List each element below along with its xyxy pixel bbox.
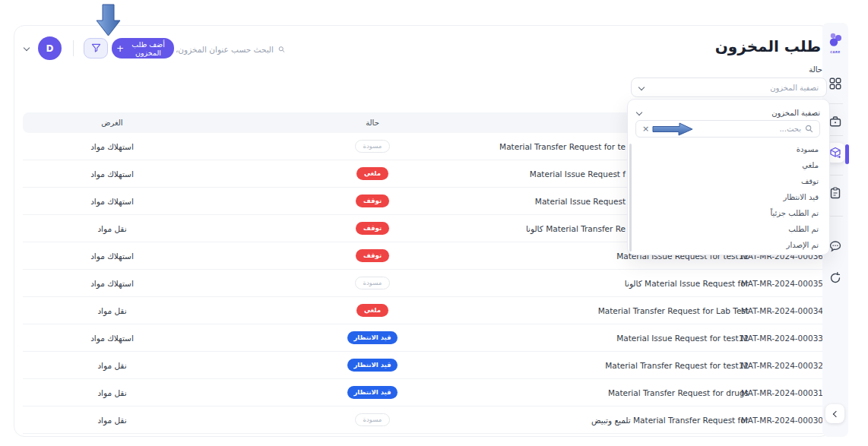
header-purpose: الغرض xyxy=(23,119,262,127)
request-title: Material Transfer Request for تلميع وتبي… xyxy=(429,416,749,425)
table-row[interactable]: MAT-MR-2024-00034Material Transfer Reque… xyxy=(23,297,825,324)
dropdown-option[interactable]: تم الطلب جزئياً xyxy=(632,205,829,221)
active-item-indicator xyxy=(845,144,849,164)
request-id: MAT-MR-2024-00030 xyxy=(749,416,825,425)
status-cell: قيد الانتظار xyxy=(262,386,429,399)
request-purpose: نقل مواد xyxy=(23,361,262,370)
status-cell: قيد الانتظار xyxy=(262,359,429,372)
table-row[interactable]: MAT-MR-2024-00035Material Issue Request … xyxy=(23,270,825,297)
dropdown-option[interactable]: ملغي xyxy=(632,157,829,173)
status-badge: توقف xyxy=(356,249,389,262)
table-row[interactable]: MAT-MR-2024-00031Material Transfer Reque… xyxy=(23,379,825,406)
toolbar-divider xyxy=(73,40,74,56)
chat-icon[interactable] xyxy=(829,240,841,252)
filter-button[interactable] xyxy=(84,38,108,59)
status-badge: ملغي xyxy=(356,304,388,317)
sidebar-divider xyxy=(828,216,843,217)
sidebar-divider xyxy=(828,175,843,176)
request-title: Material Transfer Request for drugs xyxy=(429,388,749,397)
sidebar-divider xyxy=(828,135,843,136)
header-status: حالة xyxy=(262,119,429,127)
request-id: MAT-MR-2024-00031 xyxy=(749,388,825,397)
status-cell: مسودة xyxy=(262,277,429,290)
page-title: طلب المخزون xyxy=(654,37,821,55)
request-id: MAT-MR-2024-00032 xyxy=(749,361,825,370)
dropdown-search-input[interactable]: بحث... × xyxy=(635,120,820,138)
request-title: Material Issue Request for كالونا xyxy=(429,279,749,288)
sidebar-collapse-button[interactable] xyxy=(825,404,844,423)
status-cell: توقف xyxy=(262,222,429,235)
status-cell: توقف xyxy=(262,249,429,262)
table-row[interactable]: MAT-MR-2024-00030Material Transfer Reque… xyxy=(23,406,825,434)
app-logo[interactable]: CARE xyxy=(827,32,844,54)
status-cell: قيد الانتظار xyxy=(262,331,429,344)
chevron-down-icon xyxy=(638,84,645,90)
status-filter-dropdown: تصفية المخزون بحث... × مسودةملغيتوقفقيد … xyxy=(627,99,830,255)
dropdown-scrollbar[interactable] xyxy=(629,144,632,251)
chevron-left-icon xyxy=(832,410,838,416)
logo-icon xyxy=(828,32,843,47)
status-cell: توقف xyxy=(262,195,429,207)
status-badge: مسودة xyxy=(355,277,391,290)
status-cell: ملغي xyxy=(262,167,429,180)
request-purpose: استهلاك مواد xyxy=(23,251,262,261)
status-filter-select[interactable]: تصفية المخزون xyxy=(631,77,827,97)
status-badge: قيد الانتظار xyxy=(347,386,397,399)
status-cell: مسودة xyxy=(262,140,429,153)
request-purpose: نقل مواد xyxy=(23,416,262,425)
status-badge: ملغي xyxy=(356,167,388,180)
request-purpose: نقل مواد xyxy=(23,224,262,233)
request-id: MAT-MR-2024-00034 xyxy=(749,306,825,315)
dropdown-option[interactable]: مسودة xyxy=(632,141,829,157)
request-id: MAT-MR-2024-00033 xyxy=(749,334,825,343)
sidebar-divider xyxy=(828,103,843,104)
status-badge: قيد الانتظار xyxy=(347,331,397,344)
status-badge: مسودة xyxy=(355,413,391,427)
search-input[interactable]: البحث حسب عنوان المخزون، الحـ.. xyxy=(156,42,285,57)
status-badge: قيد الانتظار xyxy=(347,359,397,372)
table-row[interactable]: MAT-MR-2024-00033Material Issue Request … xyxy=(23,324,825,352)
avatar[interactable]: D xyxy=(38,36,62,60)
funnel-icon xyxy=(91,43,101,53)
dropdown-search-placeholder: بحث... xyxy=(779,125,801,133)
request-purpose: استهلاك مواد xyxy=(23,142,262,151)
plus-icon: + xyxy=(116,44,124,53)
request-purpose: استهلاك مواد xyxy=(23,197,262,206)
request-title: Material Transfer Request for Lab Test xyxy=(429,306,749,315)
status-cell: مسودة xyxy=(262,413,429,427)
status-badge: مسودة xyxy=(355,140,391,153)
request-purpose: استهلاك مواد xyxy=(23,169,262,179)
request-purpose: استهلاك مواد xyxy=(23,334,262,343)
briefcase-icon[interactable] xyxy=(829,115,841,128)
dropdown-option[interactable]: تم الإصدار xyxy=(632,237,829,253)
dropdown-option[interactable]: قيد الانتظار xyxy=(632,189,829,205)
request-purpose: نقل مواد xyxy=(23,306,262,315)
dropdown-header[interactable]: تصفية المخزون xyxy=(637,106,820,119)
search-icon xyxy=(278,45,285,54)
add-inventory-request-button[interactable]: + أضف طلب المخزون xyxy=(112,38,174,59)
inventory-cube-icon xyxy=(829,147,841,159)
request-id: MAT-MR-2024-00035 xyxy=(749,279,825,288)
table-row[interactable]: MAT-MR-2024-00032Material Transfer Reque… xyxy=(23,352,825,379)
select-value: تصفية المخزون xyxy=(770,84,819,92)
status-badge: توقف xyxy=(356,222,389,235)
grid-icon[interactable] xyxy=(829,77,841,90)
clear-icon[interactable]: × xyxy=(642,124,649,134)
dropdown-option[interactable]: تم الطلب xyxy=(632,221,829,237)
request-purpose: نقل مواد xyxy=(23,388,262,397)
clipboard-icon[interactable] xyxy=(829,187,841,199)
status-badge: توقف xyxy=(356,195,389,207)
request-purpose: استهلاك مواد xyxy=(23,279,262,288)
status-filter-label: حالة xyxy=(762,65,822,74)
logo-label: CARE xyxy=(827,50,844,54)
search-icon xyxy=(805,125,813,133)
chevron-down-icon xyxy=(636,109,642,115)
status-cell: ملغي xyxy=(262,304,429,317)
dropdown-option[interactable]: توقف xyxy=(632,173,829,189)
request-title: Material Issue Request for test12 xyxy=(429,334,749,343)
refresh-icon[interactable] xyxy=(829,272,841,284)
request-title: Material Transfer Request for test12 xyxy=(429,361,749,370)
